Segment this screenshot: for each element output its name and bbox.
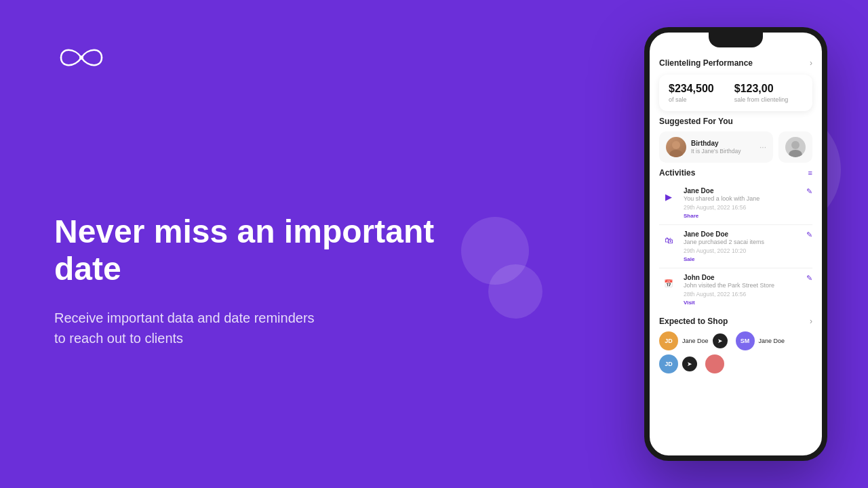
ets-item-4 [705,354,724,373]
ets-nav-3[interactable]: ➤ [682,357,697,371]
ets-avatar-1: JD [659,331,678,350]
suggested-cards: Birthday It is Jane's Birthday ··· [659,131,812,163]
phone-content: Clienteling Performance › $234,500 of sa… [650,33,822,455]
activities-title: Activities [659,168,695,178]
ets-item-1: JD Jane Doe ➤ [659,331,728,350]
subtext: Receive important data and date reminder… [54,308,461,348]
logo [54,41,461,77]
share-icon: ▶ [659,187,678,206]
activity-desc-visit: John visited the Park Street Store [684,282,801,289]
activity-name-janedoe: Jane Doe Doe [684,230,801,238]
activities-header: Activities ≡ [659,168,812,178]
ets-chevron-icon[interactable]: › [810,317,812,326]
activity-tag-share: Share [684,213,801,219]
suggested-card-birthday[interactable]: Birthday It is Jane's Birthday ··· [659,131,773,163]
activity-desc-share: You shared a look with Jane [684,195,801,202]
activity-info-share: Jane Doe You shared a look with Jane 29t… [684,187,801,219]
activity-info-visit: John Doe John visited the Park Street St… [684,274,801,306]
activity-item-visit: 📅 John Doe John visited the Park Street … [659,268,812,311]
activity-time-sale: 29th August, 2022 10:20 [684,247,801,254]
ets-name-1: Jane Doe [682,338,709,344]
ets-nav-1[interactable]: ➤ [713,333,728,348]
clienteling-title: Clienteling Performance [659,58,753,68]
of-sale-metric: $234,500 of sale [669,83,714,103]
svg-point-0 [79,56,83,60]
ets-title: Expected to Shop [659,317,728,326]
visit-icon: 📅 [659,274,678,293]
ets-items-row1: JD Jane Doe ➤ SM Jane Doe [659,331,812,350]
activity-tag-sale: Sale [684,256,801,262]
suggested-info-birthday: Birthday It is Jane's Birthday [691,140,741,155]
ets-items-row2: JD ➤ [659,354,812,373]
activity-item-share: ▶ Jane Doe You shared a look with Jane 2… [659,182,812,225]
avatar-partial [785,137,806,157]
activity-tag-visit: Visit [684,300,801,306]
ets-name-2: Jane Doe [759,338,785,344]
activity-item-sale: 🛍 Jane Doe Doe Jane purchased 2 sacai it… [659,225,812,268]
suggested-event-birthday: Birthday [691,140,741,147]
activities-section: Activities ≡ ▶ Jane Doe You shared a loo… [650,168,822,311]
app-inner: Clienteling Performance › $234,500 of sa… [650,49,822,455]
headline: Never miss an important date [54,213,461,287]
ets-item-2: SM Jane Doe [736,331,785,350]
edit-icon-visit[interactable]: ✎ [806,274,812,283]
ets-avatar-4 [705,354,724,373]
of-sale-label: of sale [669,96,714,103]
phone-mockup: Clienteling Performance › $234,500 of sa… [644,27,827,461]
edit-icon-share[interactable]: ✎ [806,187,812,196]
phone-notch [709,33,763,47]
ets-avatar-2: SM [736,331,755,350]
suggested-section: Suggested For You Birthday [650,117,822,163]
clienteling-header: Clienteling Performance › [650,54,822,72]
svg-point-1 [672,141,680,149]
svg-point-3 [791,141,800,149]
activity-time-share: 29th August, 2022 16:56 [684,204,801,211]
phone-frame: Clienteling Performance › $234,500 of sa… [644,27,827,461]
filter-icon[interactable]: ≡ [808,169,812,177]
ets-item-3: JD ➤ [659,354,697,373]
suggested-desc-birthday: It is Jane's Birthday [691,148,741,155]
activity-name-john: John Doe [684,274,801,281]
performance-card: $234,500 of sale $123,00 sale from clien… [659,75,812,111]
svg-point-2 [669,150,683,157]
activity-desc-sale: Jane purchased 2 sacai items [684,239,801,245]
clienteling-value: $123,00 [734,83,789,95]
svg-point-4 [789,150,802,157]
expected-to-shop-section: Expected to Shop › JD Jane Doe ➤ SM Jane… [650,311,822,376]
edit-icon-sale[interactable]: ✎ [806,230,812,239]
clienteling-chevron-icon[interactable]: › [810,58,812,68]
suggested-title: Suggested For You [659,117,812,126]
left-content: Never miss an important date Receive imp… [54,213,461,348]
left-section: Never miss an important date Receive imp… [0,0,515,488]
of-sale-value: $234,500 [669,83,714,95]
activity-name-jane: Jane Doe [684,187,801,195]
activity-time-visit: 28th August, 2022 16:56 [684,291,801,298]
clienteling-label: sale from clienteling [734,96,789,103]
ets-avatar-3: JD [659,354,678,373]
sale-icon: 🛍 [659,230,678,249]
ets-header: Expected to Shop › [659,317,812,326]
activity-info-sale: Jane Doe Doe Jane purchased 2 sacai item… [684,230,801,262]
clienteling-metric: $123,00 sale from clienteling [734,83,789,103]
avatar-jane [666,137,686,157]
suggested-card-partial[interactable] [778,131,812,163]
more-icon-birthday[interactable]: ··· [760,142,766,152]
